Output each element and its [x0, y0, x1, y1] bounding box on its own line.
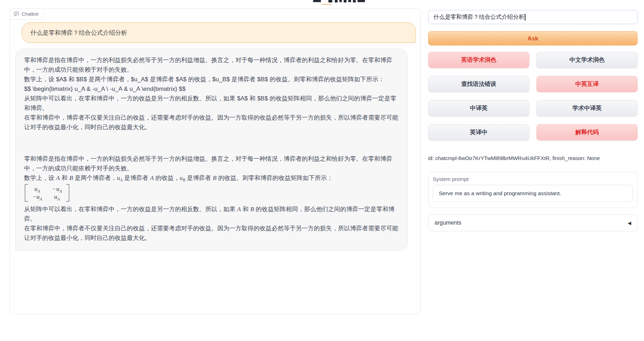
clipped-title-fragment	[353, 0, 356, 2]
button-english-academic-polish[interactable]: 英语学术润色	[428, 52, 529, 68]
message-gap	[24, 132, 399, 154]
arguments-accordion-label: arguments	[435, 220, 462, 226]
clipped-title-fragment	[335, 0, 338, 2]
clipped-title-fragment	[348, 0, 351, 2]
button-academic-zh-to-en[interactable]: 学术中译英	[536, 100, 638, 116]
question-input-value: 什么是零和博弈？结合公式介绍分析	[433, 13, 524, 21]
matrix-cell: −uA	[32, 193, 42, 200]
user-message-bubble: 什么是零和博弈？结合公式介绍分析	[22, 22, 416, 43]
button-zh-to-en[interactable]: 中译英	[428, 100, 529, 116]
button-zh-en-mutual-translate[interactable]: 中英互译	[536, 76, 638, 92]
system-prompt-input[interactable]: Serve me as a writing and programming as…	[433, 185, 633, 202]
matrix-cell: uA	[54, 193, 60, 200]
bot-paragraph-formula-raw: $$ \begin{bmatrix} u_A & -u_A \ -u_A & u…	[24, 84, 399, 94]
text-cursor	[525, 14, 525, 21]
clipped-title-fragment	[344, 0, 346, 2]
clipped-title-fragment	[313, 0, 321, 2]
accordion-collapsed-triangle-icon: ◀	[628, 220, 631, 226]
arguments-accordion[interactable]: arguments ◀	[428, 214, 638, 231]
bot-paragraph: 从矩阵中可以看出，在零和博弈中，一方的收益是另一方的相反数。所以，如果 $A$ …	[24, 94, 399, 113]
chatbot-label: Chatbot	[10, 9, 44, 20]
button-explain-code[interactable]: 解释代码	[536, 124, 638, 141]
system-prompt-panel: System prompt Serve me as a writing and …	[428, 172, 638, 208]
system-prompt-value: Serve me as a writing and programming as…	[439, 190, 561, 197]
button-en-to-zh[interactable]: 英译中	[428, 124, 529, 141]
system-prompt-label: System prompt	[433, 176, 633, 182]
question-input[interactable]: 什么是零和博弈？结合公式介绍分析	[428, 10, 638, 24]
bot-paragraph: 零和博弈是指在博弈中，一方的利益损失必然等于另一方的利益增益。换言之，对于每一种…	[24, 154, 399, 173]
matrix-right-bracket	[66, 184, 69, 202]
bot-paragraph-with-math: 数学上，设 A 和 B 是两个博弈者，uA 是博弈者 A 的收益，uB 是博弈者…	[24, 173, 399, 183]
bot-paragraph: 零和博弈是指在博弈中，一方的利益损失必然等于另一方的利益增益。换言之，对于每一种…	[24, 55, 399, 75]
response-status-line: id: chatcmpl-6wOo7KrYTwMl89lbrMWRu4UkFFX…	[428, 155, 600, 161]
app: { "chatbot": { "label": "Chatbot", "user…	[0, 0, 644, 341]
bot-paragraph: 在零和博弈中，博弈者不仅要关注自己的收益，还需要考虑对手的收益。因为一方取得的收…	[24, 113, 399, 132]
chatbot-label-text: Chatbot	[22, 11, 38, 17]
clipped-title-fragment	[339, 0, 342, 2]
button-chinese-academic-polish[interactable]: 中文学术润色	[536, 52, 638, 68]
chat-bubble-icon	[13, 11, 19, 17]
button-find-grammar-errors[interactable]: 查找语法错误	[428, 76, 529, 92]
bot-paragraph: 数学上，设 $A$ 和 $B$ 是两个博弈者，$u_A$ 是博弈者 $A$ 的收…	[24, 75, 399, 84]
matrix-left-bracket	[25, 184, 28, 202]
ask-button[interactable]: Ask	[428, 31, 638, 45]
clipped-title-fragment	[322, 4, 332, 5]
payoff-matrix: uA −uA −uA uA	[25, 184, 69, 202]
user-message-text: 什么是零和博弈？结合公式介绍分析	[31, 29, 127, 37]
bot-message-bubble: 零和博弈是指在博弈中，一方的利益损失必然等于另一方的利益增益。换言之，对于每一种…	[15, 49, 408, 251]
matrix-cell: −uA	[52, 185, 62, 193]
quick-action-grid: 英语学术润色 中文学术润色 查找语法错误 中英互译 中译英 学术中译英 英译中 …	[428, 52, 638, 141]
chatbot-panel[interactable]: Chatbot 什么是零和博弈？结合公式介绍分析 零和博弈是指在博弈中，一方的利…	[10, 9, 421, 314]
bot-paragraph-with-math: 从矩阵中可以看出，在零和博弈中，一方的收益是另一方的相反数。所以，如果 A 和 …	[24, 204, 399, 224]
clipped-title-fragment	[328, 0, 332, 2]
bot-paragraph: 在零和博弈中，博弈者不仅要关注自己的收益，还需要考虑对手的收益。因为一方取得的收…	[24, 224, 399, 243]
matrix-cell: uA	[34, 185, 40, 193]
clipped-title-fragment	[358, 0, 365, 2]
